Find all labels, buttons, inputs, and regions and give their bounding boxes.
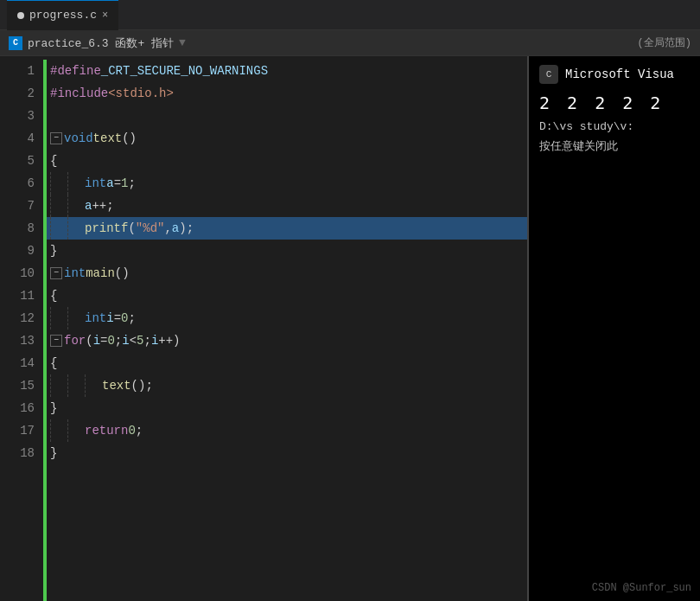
output-panel-header: C Microsoft Visua	[539, 65, 690, 84]
scope-label: (全局范围)	[638, 35, 691, 50]
file-type-icon: C	[9, 36, 22, 50]
output-close-message: 按任意键关闭此	[539, 138, 690, 154]
editor-tab[interactable]: progress.c ×	[7, 0, 118, 30]
editor-container: 123456789101112131415161718 #define _CRT…	[0, 56, 700, 601]
output-footer: CSDN @Sunfor_sun	[592, 582, 691, 594]
breadcrumb-project: practice_6.3 函数+ 指针	[28, 35, 174, 51]
vs-icon: C	[539, 65, 558, 84]
output-path: D:\vs study\v:	[539, 120, 690, 133]
title-bar: progress.c ×	[0, 0, 700, 30]
output-panel-title: Microsoft Visua	[565, 67, 674, 81]
output-panel: C Microsoft Visua 2 2 2 2 2 D:\vs study\…	[527, 56, 700, 601]
line-numbers-gutter: 123456789101112131415161718	[0, 56, 43, 601]
close-tab-button[interactable]: ×	[102, 10, 108, 22]
breadcrumb-bar: C practice_6.3 函数+ 指针 ▼ (全局范围)	[0, 30, 700, 56]
output-numbers: 2 2 2 2 2	[539, 93, 690, 113]
tab-filename: progress.c	[29, 9, 97, 22]
breadcrumb-dropdown-arrow[interactable]: ▼	[179, 36, 186, 49]
modified-dot	[17, 12, 24, 19]
